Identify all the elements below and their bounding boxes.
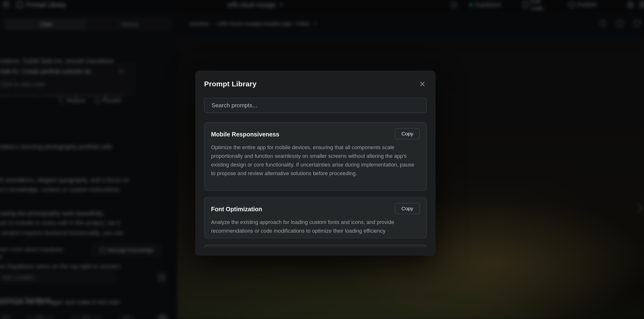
close-icon[interactable] bbox=[418, 80, 427, 88]
prompt-title: Mobile Responsiveness bbox=[211, 128, 279, 138]
card-header: Font Optimization Copy bbox=[211, 203, 420, 214]
prompt-description: Optimize the entire app for mobile devic… bbox=[211, 143, 420, 178]
close-x-glyph bbox=[420, 81, 425, 87]
app-window: Prompt Library urfb-cloud-voyage Supabas… bbox=[0, 0, 644, 319]
search-input[interactable] bbox=[204, 98, 427, 113]
prompt-card-font-optimization[interactable]: Font Optimization Copy Analyze the exist… bbox=[204, 197, 427, 238]
prompt-list: Mobile Responsiveness Copy Optimize the … bbox=[204, 122, 427, 247]
modal-title: Prompt Library bbox=[204, 80, 256, 88]
prompt-description: Analyze the existing approach for loadin… bbox=[211, 218, 420, 235]
copy-button[interactable]: Copy bbox=[395, 128, 420, 139]
prompt-library-modal: Prompt Library Mobile Responsiveness Cop… bbox=[196, 71, 435, 256]
prompt-card-mobile-responsiveness[interactable]: Mobile Responsiveness Copy Optimize the … bbox=[204, 122, 427, 191]
modal-header: Prompt Library bbox=[204, 79, 427, 89]
copy-button[interactable]: Copy bbox=[395, 203, 420, 214]
prompt-title: Font Optimization bbox=[211, 203, 262, 213]
card-header: Mobile Responsiveness Copy bbox=[211, 128, 420, 139]
prompt-card-partial[interactable] bbox=[204, 245, 427, 247]
